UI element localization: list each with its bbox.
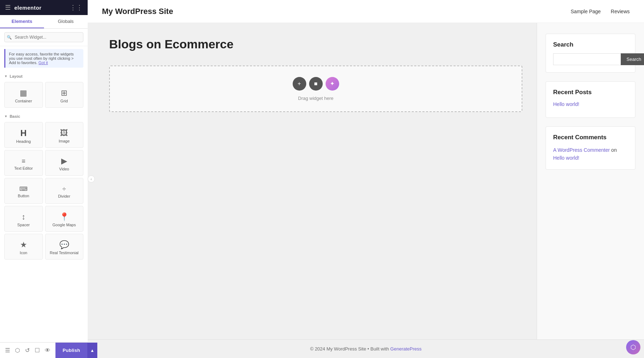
- video-label: Video: [59, 167, 69, 171]
- heading-icon: H: [20, 129, 26, 137]
- recent-post-link[interactable]: Hello world!: [553, 101, 579, 107]
- search-row: Search: [553, 53, 628, 65]
- drop-zone[interactable]: + ■ ✦ Drag widget here: [109, 66, 522, 112]
- drop-zone-label: Drag widget here: [298, 96, 333, 101]
- footer-text: © 2024 My WordPress Site • Built with: [310, 346, 390, 352]
- widget-container[interactable]: ▦ Container: [4, 82, 43, 108]
- main-column: Blogs on Ecommerce + ■ ✦ Drag widget her…: [88, 23, 537, 339]
- ai-badge-icon: ⬡: [630, 343, 636, 351]
- section-basic-title[interactable]: Basic: [0, 111, 88, 121]
- spacer-icon: ↕: [21, 213, 25, 221]
- tab-globals[interactable]: Globals: [44, 15, 88, 28]
- publish-button[interactable]: Publish: [55, 343, 87, 358]
- site-navigation: Sample Page Reviews: [571, 9, 630, 14]
- recent-posts-list: Hello world!: [553, 101, 628, 107]
- hamburger-icon[interactable]: ☰: [5, 4, 11, 11]
- site-header: My WordPress Site Sample Page Reviews: [88, 0, 644, 23]
- widget-divider[interactable]: ÷ Divider: [45, 178, 84, 204]
- sidebar-tip: For easy access, favorite the widgets yo…: [4, 49, 83, 68]
- icon-label: Icon: [20, 251, 27, 255]
- publish-btn-group: Publish ▲: [55, 343, 97, 358]
- tip-got-it-link[interactable]: Got it: [39, 61, 48, 65]
- nav-reviews[interactable]: Reviews: [611, 9, 630, 14]
- preview-icon[interactable]: 👁: [45, 347, 50, 354]
- responsive-icon[interactable]: ☐: [35, 347, 40, 354]
- sidebar-search-area: [0, 29, 88, 46]
- widget-image[interactable]: 🖼 Image: [45, 122, 84, 148]
- comment-post-link[interactable]: Hello world!: [553, 155, 579, 161]
- icon-widget-icon: ★: [20, 241, 27, 249]
- testimonial-icon: 💬: [59, 241, 69, 249]
- tab-elements[interactable]: Elements: [0, 15, 44, 28]
- footer-link[interactable]: GeneratePress: [390, 346, 421, 352]
- elementor-logo: elementor: [14, 5, 42, 11]
- page-title: Blogs on Ecommerce: [109, 37, 522, 51]
- templates-button[interactable]: ■: [309, 77, 323, 91]
- sidebar-content: Layout ▦ Container ⊞ Grid Basic H Headin…: [0, 71, 88, 358]
- testimonial-label: Real Testimonial: [50, 251, 79, 255]
- theme-icon[interactable]: ⬡: [15, 347, 20, 354]
- basic-widget-grid: H Heading 🖼 Image ≡ Text Editor ▶ Video …: [0, 121, 88, 262]
- search-submit-button[interactable]: Search: [621, 53, 644, 65]
- ai-assistant-button[interactable]: ⬡: [626, 340, 640, 354]
- recent-comments-title: Recent Comments: [553, 134, 628, 141]
- add-widget-button[interactable]: +: [293, 77, 306, 91]
- widget-real-testimonial[interactable]: 💬 Real Testimonial: [45, 234, 84, 260]
- comments-text: A WordPress Commenter on Hello world!: [553, 146, 628, 162]
- layout-widget-grid: ▦ Container ⊞ Grid: [0, 81, 88, 111]
- grid-icon[interactable]: ⋮⋮: [70, 4, 83, 11]
- widget-grid[interactable]: ⊞ Grid: [45, 82, 84, 108]
- video-icon: ▶: [61, 157, 67, 165]
- image-icon: 🖼: [60, 129, 68, 137]
- container-icon: ▦: [20, 89, 27, 97]
- recent-comments-widget: Recent Comments A WordPress Commenter on…: [546, 126, 635, 170]
- sidebar-header-left: ☰ elementor: [5, 4, 42, 11]
- toolbar-icons: ☰ ⬡ ↺ ☐ 👁: [0, 347, 55, 354]
- section-layout-title[interactable]: Layout: [0, 71, 88, 81]
- spacer-label: Spacer: [17, 223, 30, 227]
- drop-zone-actions: + ■ ✦: [293, 77, 339, 91]
- history-icon[interactable]: ↺: [25, 347, 30, 354]
- divider-icon: ÷: [62, 186, 66, 192]
- settings-icon[interactable]: ☰: [5, 347, 10, 354]
- ai-button[interactable]: ✦: [326, 77, 339, 91]
- widget-heading[interactable]: H Heading: [4, 122, 43, 148]
- search-input-wrapper: [4, 32, 83, 42]
- site-footer: © 2024 My WordPress Site • Built with Ge…: [88, 339, 644, 358]
- page-content: Blogs on Ecommerce + ■ ✦ Drag widget her…: [88, 23, 644, 339]
- commenter-link[interactable]: A WordPress Commenter: [553, 147, 610, 153]
- sidebar-header: ☰ elementor ⋮⋮: [0, 0, 88, 15]
- recent-posts-widget: Recent Posts Hello world!: [546, 81, 635, 118]
- list-item: Hello world!: [553, 101, 628, 107]
- widget-video[interactable]: ▶ Video: [45, 150, 84, 176]
- search-widget-input[interactable]: [4, 32, 83, 42]
- collapse-sidebar-button[interactable]: ‹: [88, 175, 95, 183]
- main-content: My WordPress Site Sample Page Reviews Bl…: [88, 0, 644, 358]
- grid-label: Grid: [60, 99, 68, 103]
- recent-posts-title: Recent Posts: [553, 89, 628, 96]
- search-widget: Search Search: [546, 34, 635, 73]
- publish-expand-button[interactable]: ▲: [87, 343, 97, 358]
- image-label: Image: [59, 139, 70, 143]
- widget-icon[interactable]: ★ Icon: [4, 234, 43, 260]
- widget-text-editor[interactable]: ≡ Text Editor: [4, 150, 43, 176]
- search-widget-title: Search: [553, 41, 628, 48]
- google-maps-label: Google Maps: [53, 223, 76, 227]
- sidebar-right: Search Search Recent Posts Hello world! …: [537, 23, 644, 339]
- widget-google-maps[interactable]: 📍 Google Maps: [45, 206, 84, 232]
- sidebar-tabs: Elements Globals: [0, 15, 88, 29]
- divider-label: Divider: [58, 194, 70, 198]
- heading-label: Heading: [16, 139, 31, 144]
- button-icon: ⌨: [19, 186, 28, 192]
- site-title: My WordPress Site: [102, 7, 173, 16]
- bottom-toolbar: ☰ ⬡ ↺ ☐ 👁 Publish ▲: [0, 342, 88, 358]
- google-maps-icon: 📍: [59, 213, 69, 221]
- on-text: on: [611, 147, 617, 153]
- widget-spacer[interactable]: ↕ Spacer: [4, 206, 43, 232]
- grid-widget-icon: ⊞: [61, 89, 67, 97]
- sidebar: ☰ elementor ⋮⋮ Elements Globals For easy…: [0, 0, 88, 358]
- text-editor-label: Text Editor: [14, 166, 33, 170]
- search-field[interactable]: [553, 53, 621, 65]
- nav-sample-page[interactable]: Sample Page: [571, 9, 601, 14]
- widget-button[interactable]: ⌨ Button: [4, 178, 43, 204]
